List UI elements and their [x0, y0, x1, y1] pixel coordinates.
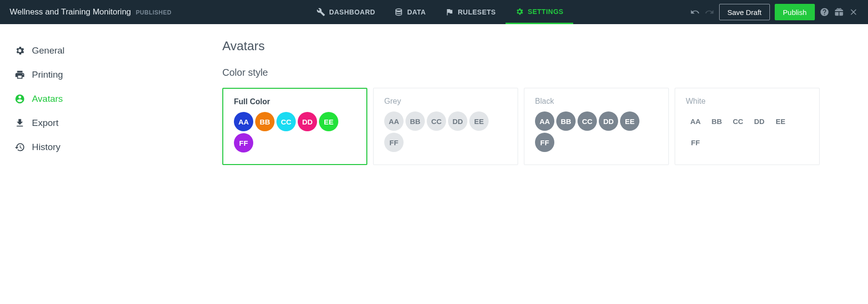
nav-data[interactable]: DATA — [385, 0, 435, 24]
swatch-row: AABBCCDDEEFF — [686, 111, 809, 152]
color-style-white[interactable]: White AABBCCDDEEFF — [675, 88, 820, 165]
swatch-row: AABBCCDDEEFF — [234, 112, 356, 152]
avatar-swatch: CC — [578, 111, 597, 131]
avatar-swatch: DD — [750, 111, 769, 131]
avatar-swatch: AA — [234, 112, 253, 131]
avatar-swatch: DD — [298, 112, 317, 131]
avatar-swatch: BB — [405, 111, 425, 131]
sidebar-item-label: General — [32, 45, 65, 56]
avatar-swatch: BB — [556, 111, 576, 131]
avatar-icon — [14, 94, 25, 104]
sliders-icon — [14, 45, 25, 56]
avatar-swatch: EE — [469, 111, 489, 131]
card-title: Black — [535, 97, 658, 106]
sidebar-item-general[interactable]: General — [14, 39, 222, 63]
nav-label: SETTINGS — [528, 8, 564, 15]
avatar-swatch: FF — [535, 133, 554, 152]
sidebar-item-label: Export — [32, 118, 58, 128]
nav-label: RULESETS — [458, 8, 496, 16]
help-button[interactable] — [820, 7, 829, 17]
nav-settings[interactable]: SETTINGS — [506, 0, 573, 24]
app-title: Wellness and Training Monitoring — [10, 7, 131, 17]
sidebar-item-avatars[interactable]: Avatars — [14, 87, 222, 111]
publish-button[interactable]: Publish — [775, 4, 815, 20]
flag-icon — [445, 8, 454, 16]
avatar-swatch: EE — [620, 111, 639, 131]
swatch-row: AABBCCDDEEFF — [535, 111, 658, 152]
main-nav: DASHBOARD DATA RULESETS SETTINGS — [307, 0, 573, 24]
gift-icon — [834, 7, 844, 17]
swatch-row: AABBCCDDEEFF — [384, 111, 507, 152]
content: Avatars Color style Full Color AABBCCDDE… — [222, 39, 868, 165]
avatar-swatch: BB — [707, 111, 726, 131]
gift-button[interactable] — [834, 7, 844, 17]
color-style-black[interactable]: Black AABBCCDDEEFF — [524, 88, 669, 165]
nav-dashboard[interactable]: DASHBOARD — [307, 0, 385, 24]
publish-status-badge: PUBLISHED — [136, 9, 172, 16]
avatar-swatch: FF — [686, 133, 705, 152]
color-style-full-color[interactable]: Full Color AABBCCDDEEFF — [222, 88, 367, 165]
save-draft-button[interactable]: Save Draft — [719, 4, 770, 20]
sidebar-item-history[interactable]: History — [14, 135, 222, 159]
top-bar: Wellness and Training Monitoring PUBLISH… — [0, 0, 868, 24]
sidebar-item-label: Avatars — [32, 94, 63, 104]
section-title: Color style — [222, 67, 849, 78]
body: General Printing Avatars Export History … — [0, 24, 868, 165]
avatar-swatch: DD — [448, 111, 467, 131]
database-icon — [394, 8, 403, 16]
help-icon — [820, 7, 829, 17]
undo-button[interactable] — [690, 7, 700, 17]
avatar-swatch: FF — [234, 133, 253, 152]
color-style-grid: Full Color AABBCCDDEEFF Grey AABBCCDDEEF… — [222, 88, 849, 165]
sidebar-item-label: Printing — [32, 69, 63, 80]
close-button[interactable] — [849, 7, 858, 17]
nav-rulesets[interactable]: RULESETS — [435, 0, 506, 24]
nav-label: DATA — [407, 8, 426, 16]
redo-icon — [705, 7, 714, 17]
undo-icon — [690, 7, 700, 17]
avatar-swatch: AA — [535, 111, 554, 131]
avatar-swatch: AA — [686, 111, 705, 131]
avatar-swatch: CC — [427, 111, 446, 131]
avatar-swatch: EE — [771, 111, 790, 131]
page-title: Avatars — [222, 39, 849, 54]
wrench-icon — [317, 8, 325, 16]
sidebar-item-export[interactable]: Export — [14, 111, 222, 135]
card-title: Grey — [384, 97, 507, 106]
avatar-swatch: DD — [599, 111, 618, 131]
sidebar-item-printing[interactable]: Printing — [14, 63, 222, 87]
settings-sidebar: General Printing Avatars Export History — [0, 39, 222, 165]
download-icon — [14, 118, 25, 128]
avatar-swatch: AA — [384, 111, 404, 131]
card-title: Full Color — [234, 97, 356, 106]
title-wrap: Wellness and Training Monitoring PUBLISH… — [10, 7, 172, 17]
avatar-swatch: FF — [384, 133, 404, 152]
avatar-swatch: EE — [319, 112, 338, 131]
close-icon — [849, 7, 858, 17]
redo-button[interactable] — [705, 7, 714, 17]
avatar-swatch: BB — [255, 112, 275, 131]
history-icon — [14, 142, 25, 152]
sidebar-item-label: History — [32, 142, 60, 152]
color-style-grey[interactable]: Grey AABBCCDDEEFF — [373, 88, 518, 165]
nav-label: DASHBOARD — [329, 8, 376, 16]
avatar-swatch: CC — [728, 111, 748, 131]
card-title: White — [686, 97, 809, 106]
right-controls: Save Draft Publish — [690, 4, 858, 20]
printer-icon — [14, 69, 25, 80]
gear-icon — [515, 7, 524, 16]
avatar-swatch: CC — [276, 112, 296, 131]
